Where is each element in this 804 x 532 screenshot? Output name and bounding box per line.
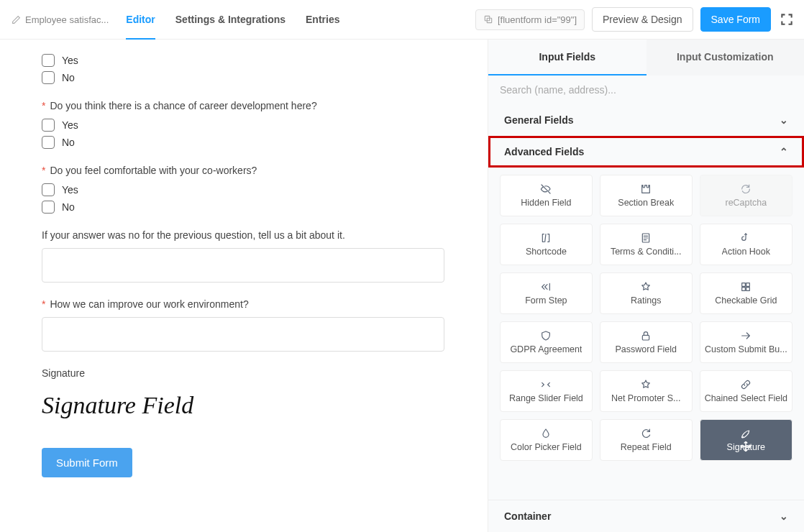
svg-rect-5 bbox=[742, 288, 746, 291]
tab-settings[interactable]: Settings & Integrations bbox=[175, 0, 285, 39]
field-custom-submit[interactable]: Custom Submit Bu... bbox=[700, 321, 792, 363]
field-label: Repeat Field bbox=[621, 442, 672, 452]
pen-icon bbox=[740, 428, 752, 439]
field-label: Shortcode bbox=[526, 247, 567, 257]
save-button[interactable]: Save Form bbox=[700, 7, 771, 32]
field-recaptcha: reCaptcha bbox=[700, 175, 792, 216]
field-color-picker[interactable]: Color Picker Field bbox=[500, 419, 593, 461]
question-label: *Do you think there is a chance of caree… bbox=[42, 100, 459, 111]
checkbox-icon bbox=[42, 54, 55, 67]
checkbox-icon bbox=[42, 71, 55, 84]
question-coworkers: *Do you feel comfortable with your co-wo… bbox=[42, 165, 459, 214]
checkbox-row[interactable]: Yes bbox=[42, 119, 459, 132]
field-label: Hidden Field bbox=[521, 198, 571, 208]
option-label: Yes bbox=[62, 119, 78, 131]
copy-icon bbox=[483, 14, 493, 24]
field-password-field[interactable]: Password Field bbox=[600, 321, 693, 363]
hook-icon bbox=[740, 232, 752, 244]
checkbox-row[interactable]: Yes bbox=[42, 183, 459, 196]
question-label: *Do you feel comfortable with your co-wo… bbox=[42, 165, 459, 176]
fullscreen-button[interactable] bbox=[778, 11, 795, 28]
preview-button[interactable]: Preview & Design bbox=[592, 7, 693, 32]
shortcode-text: [fluentform id="99"] bbox=[498, 14, 577, 25]
field-checkable-grid[interactable]: Checkable Grid bbox=[700, 272, 792, 314]
doc-icon bbox=[640, 232, 652, 244]
shortcode-box[interactable]: [fluentform id="99"] bbox=[475, 9, 585, 30]
option-label: No bbox=[62, 72, 75, 83]
top-actions: [fluentform id="99"] Preview & Design Sa… bbox=[475, 7, 795, 32]
field-ratings[interactable]: Ratings bbox=[600, 272, 693, 314]
field-label: Action Hook bbox=[722, 247, 770, 257]
section-title: General Fields bbox=[504, 114, 573, 126]
question-label: *How we can improve our work environment… bbox=[42, 298, 459, 310]
puzzle-icon bbox=[640, 183, 652, 195]
field-net-promoter[interactable]: Net Promoter S... bbox=[600, 370, 693, 412]
required-mark: * bbox=[42, 100, 45, 111]
checkbox-row[interactable]: No bbox=[42, 136, 459, 149]
refresh-icon bbox=[740, 183, 752, 195]
textarea-input[interactable] bbox=[42, 317, 444, 352]
signature-label: Signature bbox=[42, 367, 459, 379]
field-section-break[interactable]: Section Break bbox=[600, 175, 693, 216]
arrow-icon bbox=[740, 330, 752, 341]
submit-button[interactable]: Submit Form bbox=[42, 448, 132, 477]
field-label: reCaptcha bbox=[725, 198, 767, 208]
star-icon bbox=[640, 281, 652, 293]
field-label: Color Picker Field bbox=[511, 442, 582, 452]
chevron-up-icon: ⌃ bbox=[780, 146, 788, 157]
required-mark: * bbox=[42, 298, 45, 310]
option-label: Yes bbox=[62, 184, 78, 196]
question-career: *Do you think there is a chance of caree… bbox=[42, 100, 459, 149]
section-advanced[interactable]: Advanced Fields ⌃ bbox=[488, 136, 804, 168]
checkbox-row[interactable]: No bbox=[42, 71, 459, 84]
section-container[interactable]: Container ⌄ bbox=[488, 500, 804, 532]
field-action-hook[interactable]: Action Hook bbox=[700, 224, 792, 265]
field-terms-conditions[interactable]: Terms & Conditi... bbox=[600, 224, 693, 265]
field-gdpr-agreement[interactable]: GDPR Agreement bbox=[500, 321, 593, 363]
svg-rect-3 bbox=[742, 283, 746, 287]
field-label: Password Field bbox=[616, 344, 677, 354]
field-hidden-field[interactable]: Hidden Field bbox=[500, 175, 593, 216]
tab-input-customization[interactable]: Input Customization bbox=[647, 40, 805, 75]
checkbox-icon bbox=[42, 119, 55, 132]
option-label: Yes bbox=[62, 55, 78, 66]
tab-editor[interactable]: Editor bbox=[126, 0, 155, 39]
expand-icon bbox=[780, 12, 794, 27]
tab-input-fields[interactable]: Input Fields bbox=[488, 40, 647, 75]
checkbox-icon bbox=[42, 136, 55, 149]
textarea-input[interactable] bbox=[42, 248, 444, 283]
checkbox-icon bbox=[42, 183, 55, 196]
svg-rect-7 bbox=[643, 335, 649, 340]
step-icon bbox=[540, 281, 552, 293]
lock-icon bbox=[640, 330, 652, 341]
star-icon bbox=[640, 379, 652, 390]
chevron-down-icon: ⌄ bbox=[780, 114, 788, 126]
field-range-slider[interactable]: Range Slider Field bbox=[500, 370, 593, 412]
search-input[interactable] bbox=[488, 75, 804, 104]
required-mark: * bbox=[42, 165, 45, 176]
form-name-text: Employee satisfac... bbox=[25, 14, 109, 25]
tab-entries[interactable]: Entries bbox=[306, 0, 339, 39]
field-signature[interactable]: Signature bbox=[700, 419, 792, 461]
field-label: Range Slider Field bbox=[509, 393, 583, 403]
checkbox-row[interactable]: No bbox=[42, 201, 459, 214]
svg-rect-4 bbox=[746, 283, 750, 287]
section-title: Container bbox=[504, 510, 551, 522]
field-label: Terms & Conditi... bbox=[611, 247, 682, 257]
question-label: If your answer was no for the previous q… bbox=[42, 229, 459, 241]
form-name[interactable]: Employee satisfac... bbox=[12, 14, 109, 25]
field-form-step[interactable]: Form Step bbox=[500, 272, 593, 314]
link-icon bbox=[740, 379, 752, 390]
shield-icon bbox=[540, 330, 552, 341]
slider-icon bbox=[540, 379, 552, 390]
field-repeat-field[interactable]: Repeat Field bbox=[600, 419, 693, 461]
field-label: Form Step bbox=[525, 295, 567, 306]
signature-field[interactable]: Signature Field bbox=[42, 392, 459, 419]
section-general[interactable]: General Fields ⌄ bbox=[488, 104, 804, 136]
field-chained-select[interactable]: Chained Select Field bbox=[700, 370, 792, 412]
sidebar: Input Fields Input Customization General… bbox=[488, 40, 804, 532]
field-shortcode[interactable]: Shortcode bbox=[500, 224, 593, 265]
checkbox-row[interactable]: Yes bbox=[42, 54, 459, 67]
move-cursor-icon bbox=[739, 440, 752, 455]
field-label: GDPR Agreement bbox=[510, 344, 582, 354]
